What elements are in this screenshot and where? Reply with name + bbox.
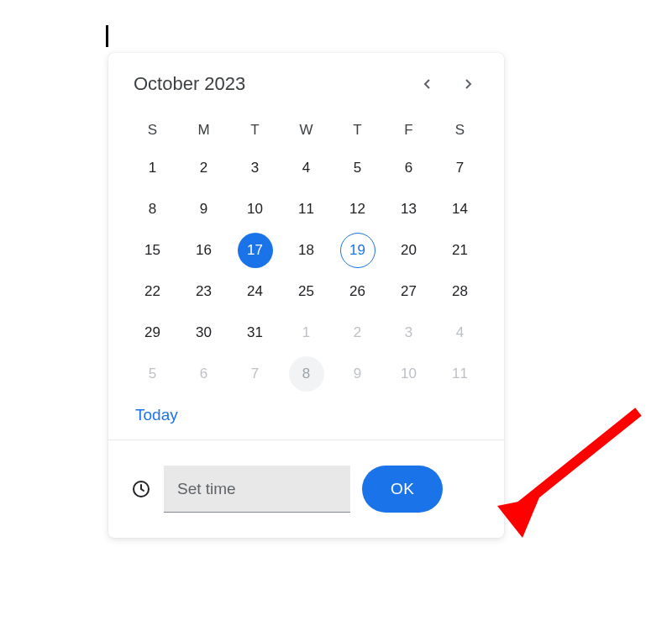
day-cell[interactable]: 12 [332,188,383,229]
day-number[interactable]: 8 [135,192,171,227]
day-number[interactable]: 5 [135,356,171,392]
day-cell[interactable]: 18 [281,229,332,271]
day-cell[interactable]: 4 [434,312,486,353]
day-number[interactable]: 12 [340,192,375,227]
day-cell[interactable]: 15 [127,229,178,271]
day-cell[interactable]: 16 [178,229,229,271]
day-cell[interactable]: 5 [332,147,383,188]
today-link[interactable]: Today [135,406,178,424]
day-cell[interactable]: 7 [434,147,486,188]
day-number[interactable]: 28 [443,274,478,309]
day-cell[interactable]: 9 [178,188,229,229]
weekday-label: T [332,113,383,147]
day-number[interactable]: 10 [391,356,427,392]
day-number[interactable]: 11 [443,356,478,392]
day-number[interactable]: 19 [340,233,375,268]
day-cell[interactable]: 28 [434,271,486,312]
day-number[interactable]: 31 [238,315,273,350]
day-cell[interactable]: 3 [383,312,434,353]
day-number[interactable]: 21 [443,233,478,268]
day-cell[interactable]: 6 [178,353,229,394]
day-cell[interactable]: 1 [281,312,332,353]
day-cell[interactable]: 2 [332,312,383,353]
day-number[interactable]: 17 [238,233,273,268]
day-number[interactable]: 23 [186,274,222,309]
day-cell[interactable]: 20 [383,229,434,271]
day-number[interactable]: 16 [186,233,222,268]
day-cell[interactable]: 8 [127,188,178,229]
day-number[interactable]: 11 [289,192,324,227]
chevron-right-icon [464,79,474,89]
footer: OK [108,439,504,538]
day-number[interactable]: 6 [186,356,222,392]
day-number[interactable]: 24 [238,274,273,309]
day-cell[interactable]: 17 [229,229,281,271]
day-cell[interactable]: 14 [434,188,486,229]
day-number[interactable]: 8 [289,356,324,392]
day-cell[interactable]: 5 [127,353,178,394]
today-link-wrapper: Today [108,401,504,439]
day-cell[interactable]: 31 [229,312,281,353]
day-number[interactable]: 25 [289,274,324,309]
day-number[interactable]: 2 [340,315,375,350]
day-number[interactable]: 30 [186,315,222,350]
day-number[interactable]: 29 [135,315,171,350]
day-number[interactable]: 9 [186,192,222,227]
day-number[interactable]: 15 [135,233,171,268]
day-cell[interactable]: 26 [332,271,383,312]
day-number[interactable]: 1 [135,150,171,186]
day-number[interactable]: 1 [289,315,324,350]
weekday-label: M [178,113,229,147]
day-cell[interactable]: 11 [434,353,486,394]
day-number[interactable]: 14 [443,192,478,227]
day-number[interactable]: 3 [391,315,427,350]
chevron-left-icon [422,79,432,89]
day-number[interactable]: 10 [238,192,273,227]
day-cell[interactable]: 27 [383,271,434,312]
day-number[interactable]: 18 [289,233,324,268]
day-number[interactable]: 26 [340,274,375,309]
weekday-label: S [434,113,486,147]
day-number[interactable]: 3 [238,150,273,186]
date-picker-popup: October 2023 SMTWTFS 1234567891011121314… [108,53,504,538]
day-number[interactable]: 22 [135,274,171,309]
day-cell[interactable]: 3 [229,147,281,188]
day-cell[interactable]: 21 [434,229,486,271]
time-input[interactable] [164,466,350,513]
day-cell[interactable]: 30 [178,312,229,353]
day-cell[interactable]: 29 [127,312,178,353]
day-cell[interactable]: 9 [332,353,383,394]
prev-month-button[interactable] [417,74,437,94]
day-cell[interactable]: 4 [281,147,332,188]
day-cell[interactable]: 23 [178,271,229,312]
day-number[interactable]: 5 [340,150,375,186]
text-cursor [106,25,108,47]
day-cell[interactable]: 25 [281,271,332,312]
day-number[interactable]: 9 [340,356,375,392]
day-number[interactable]: 7 [238,356,273,392]
weekday-label: W [281,113,332,147]
day-cell[interactable]: 24 [229,271,281,312]
day-cell[interactable]: 10 [229,188,281,229]
day-cell[interactable]: 8 [281,353,332,394]
day-number[interactable]: 7 [443,150,478,186]
next-month-button[interactable] [459,74,479,94]
day-cell[interactable]: 10 [383,353,434,394]
day-number[interactable]: 27 [391,274,427,309]
day-number[interactable]: 4 [289,150,324,186]
day-cell[interactable]: 11 [281,188,332,229]
day-cell[interactable]: 13 [383,188,434,229]
day-number[interactable]: 4 [443,315,478,350]
day-cell[interactable]: 6 [383,147,434,188]
day-cell[interactable]: 1 [127,147,178,188]
day-number[interactable]: 6 [391,150,427,186]
day-cell[interactable]: 22 [127,271,178,312]
day-cell[interactable]: 7 [229,353,281,394]
day-number[interactable]: 20 [391,233,427,268]
day-cell[interactable]: 2 [178,147,229,188]
day-cell[interactable]: 19 [332,229,383,271]
day-number[interactable]: 2 [186,150,222,186]
ok-button[interactable]: OK [362,466,443,513]
day-number[interactable]: 13 [391,192,427,227]
weekday-label: S [127,113,178,147]
